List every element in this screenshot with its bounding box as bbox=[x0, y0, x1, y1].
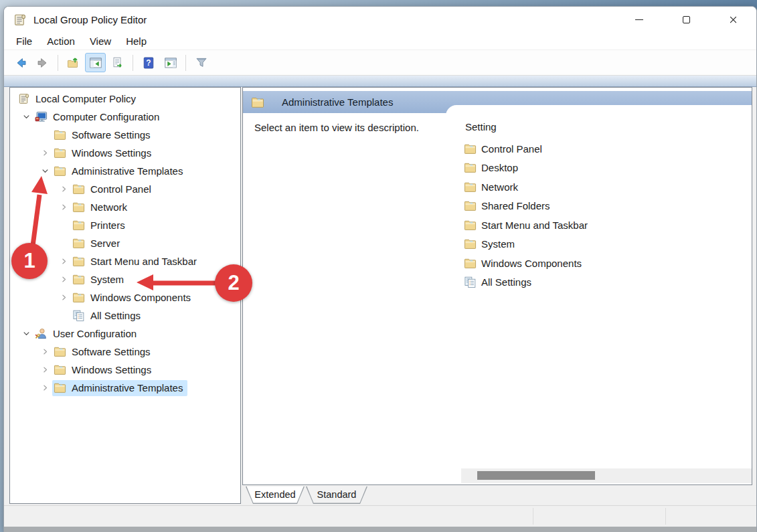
tree-item-body[interactable]: Windows Settings bbox=[52, 145, 156, 161]
tree-item-body[interactable]: Administrative Templates bbox=[52, 163, 187, 179]
minimize-button[interactable] bbox=[616, 7, 663, 33]
tab-standard[interactable]: Standard bbox=[306, 486, 367, 504]
tree-item-control-panel[interactable]: Control Panel bbox=[10, 180, 240, 198]
description-text: Select an item to view its description. bbox=[254, 122, 419, 133]
tree-item-body[interactable]: System bbox=[71, 272, 129, 288]
tree-item-body[interactable]: All Settings bbox=[71, 308, 145, 324]
chevron-right-icon[interactable] bbox=[56, 200, 71, 215]
tree-item-windows-settings[interactable]: Windows Settings bbox=[10, 144, 240, 162]
chevron-right-icon bbox=[41, 383, 50, 392]
tree-item-administrative-templates[interactable]: Administrative Templates bbox=[10, 379, 240, 397]
tree-item-body[interactable]: Server bbox=[71, 236, 124, 252]
chevron-down-icon bbox=[22, 329, 31, 338]
chevron-spacer bbox=[37, 128, 52, 143]
app-window: Local Group Policy Editor File Action Vi… bbox=[3, 6, 757, 532]
tree-item-body[interactable]: Control Panel bbox=[71, 181, 156, 197]
folder-icon bbox=[464, 257, 477, 270]
chevron-down-icon[interactable] bbox=[19, 110, 33, 124]
chevron-right-icon[interactable] bbox=[56, 272, 71, 287]
folder-icon bbox=[54, 147, 66, 159]
setting-item-control-panel[interactable]: Control Panel bbox=[446, 139, 752, 159]
chevron-right-icon bbox=[41, 149, 50, 157]
tree-item-body[interactable]: Local Computer Policy bbox=[16, 91, 141, 107]
export-list-button[interactable] bbox=[107, 53, 128, 72]
tree-item-windows-settings[interactable]: Windows Settings bbox=[10, 361, 240, 379]
folder-icon bbox=[72, 237, 85, 250]
scrollbar-thumb[interactable] bbox=[477, 471, 595, 480]
filter-button[interactable] bbox=[191, 53, 212, 72]
chevron-down-icon[interactable] bbox=[37, 164, 52, 179]
help-button[interactable] bbox=[138, 53, 159, 72]
show-console-tree-button[interactable] bbox=[85, 53, 106, 72]
up-one-level-button[interactable] bbox=[63, 53, 84, 72]
tree-item-user-configuration[interactable]: User Configuration bbox=[10, 325, 240, 343]
folder-icon bbox=[72, 201, 85, 213]
tree-item-body[interactable]: Computer Configuration bbox=[33, 109, 164, 125]
setting-item-windows-components[interactable]: Windows Components bbox=[446, 254, 752, 273]
close-button[interactable] bbox=[709, 7, 756, 33]
menu-action[interactable]: Action bbox=[39, 34, 82, 48]
tree-item-label: Software Settings bbox=[72, 129, 151, 141]
tab-extended[interactable]: Extended bbox=[246, 486, 305, 504]
chevron-right-icon bbox=[60, 293, 68, 302]
tree-item-start-menu-and-taskbar[interactable]: Start Menu and Taskbar bbox=[10, 252, 240, 270]
setting-item-all-settings[interactable]: All Settings bbox=[446, 273, 752, 292]
chevron-right-icon[interactable] bbox=[37, 345, 52, 359]
tree-item-printers[interactable]: Printers bbox=[10, 216, 240, 234]
tree-item-body[interactable]: User Configuration bbox=[33, 326, 141, 342]
back-icon bbox=[14, 56, 27, 70]
tree-item-software-settings[interactable]: Software Settings bbox=[10, 343, 240, 361]
chevron-right-icon[interactable] bbox=[56, 182, 71, 197]
tree-item-body[interactable]: Software Settings bbox=[52, 127, 155, 143]
tree-item-network[interactable]: Network bbox=[10, 198, 240, 216]
tree-item-label: Printers bbox=[90, 219, 125, 231]
maximize-button[interactable] bbox=[663, 7, 709, 33]
tree-item-body[interactable]: Network bbox=[71, 199, 132, 215]
tree-item-windows-components[interactable]: Windows Components bbox=[10, 288, 240, 306]
setting-item-system[interactable]: System bbox=[446, 235, 752, 254]
setting-item-start-menu-and-taskbar[interactable]: Start Menu and Taskbar bbox=[446, 215, 752, 235]
tree-item-system[interactable]: System bbox=[10, 270, 240, 288]
chevron-down-icon[interactable] bbox=[19, 327, 33, 341]
menubar: File Action View Help bbox=[4, 33, 756, 50]
chevron-right-icon bbox=[41, 365, 50, 374]
menu-view[interactable]: View bbox=[82, 34, 118, 48]
setting-item-label: All Settings bbox=[481, 276, 531, 288]
setting-column-header[interactable]: Setting bbox=[465, 121, 497, 132]
tree-item-body[interactable]: Printers bbox=[71, 217, 130, 234]
tree-item-server[interactable]: Server bbox=[10, 234, 240, 252]
filter-icon bbox=[195, 56, 208, 70]
chevron-right-icon[interactable] bbox=[37, 363, 52, 377]
forward-button[interactable] bbox=[32, 53, 53, 72]
tree-item-software-settings[interactable]: Software Settings bbox=[10, 126, 240, 144]
setting-item-label: Network bbox=[481, 181, 518, 193]
menu-help[interactable]: Help bbox=[118, 34, 154, 48]
chevron-right-icon[interactable] bbox=[56, 254, 71, 269]
tree-item-local-computer-policy[interactable]: Local Computer Policy bbox=[10, 90, 240, 108]
show-console-tree-icon bbox=[89, 56, 102, 70]
tree-item-all-settings[interactable]: All Settings bbox=[10, 306, 240, 325]
tree-item-body[interactable]: Windows Components bbox=[71, 290, 195, 306]
setting-item-shared-folders[interactable]: Shared Folders bbox=[446, 197, 752, 216]
tree-item-body[interactable]: Software Settings bbox=[52, 344, 155, 360]
horizontal-scrollbar[interactable] bbox=[461, 468, 752, 483]
folder-icon bbox=[464, 181, 477, 193]
toolbar bbox=[4, 50, 756, 76]
setting-item-network[interactable]: Network bbox=[446, 177, 752, 197]
setting-item-desktop[interactable]: Desktop bbox=[446, 159, 752, 178]
tree-item-label: Local Computer Policy bbox=[35, 93, 136, 104]
computer-icon bbox=[35, 110, 48, 123]
folder-icon bbox=[464, 219, 477, 232]
tree-item-body[interactable]: Windows Settings bbox=[52, 362, 156, 378]
tree-item-body[interactable]: Start Menu and Taskbar bbox=[71, 254, 201, 270]
back-button[interactable] bbox=[10, 53, 31, 72]
chevron-right-icon[interactable] bbox=[37, 381, 52, 395]
menu-file[interactable]: File bbox=[9, 34, 39, 48]
chevron-right-icon[interactable] bbox=[56, 290, 71, 305]
tree-item-body[interactable]: Administrative Templates bbox=[52, 380, 187, 396]
show-action-pane-button[interactable] bbox=[160, 53, 181, 72]
status-divider bbox=[665, 508, 666, 525]
chevron-right-icon[interactable] bbox=[37, 146, 52, 161]
tree-item-computer-configuration[interactable]: Computer Configuration bbox=[10, 108, 240, 126]
tree-item-administrative-templates[interactable]: Administrative Templates bbox=[10, 162, 240, 180]
